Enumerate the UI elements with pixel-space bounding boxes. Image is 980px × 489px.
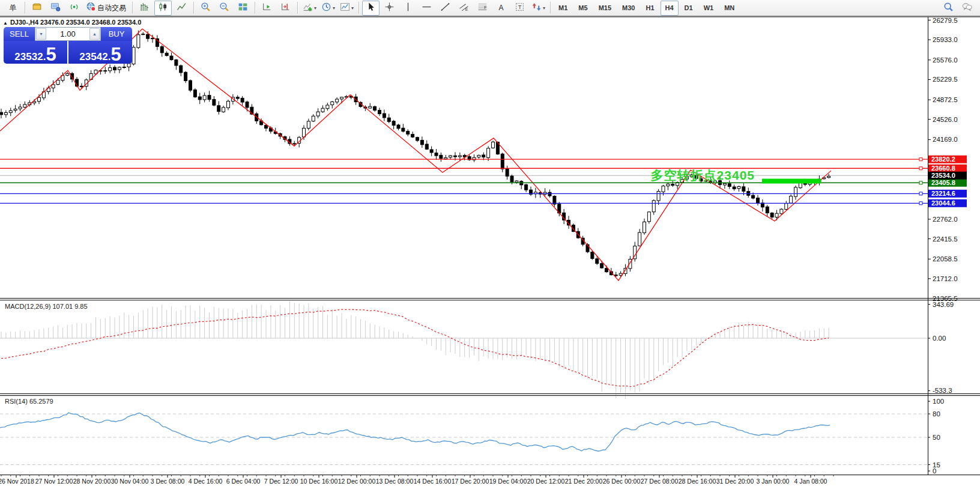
svg-text:T: T: [518, 4, 522, 10]
svg-text:26279.5: 26279.5: [933, 17, 958, 24]
candlestick-chart-icon: [158, 2, 168, 14]
toolbar-separator: [25, 2, 25, 14]
candlestick-chart-button[interactable]: [154, 1, 172, 16]
svg-text:28 Nov 20:00: 28 Nov 20:00: [73, 478, 111, 485]
text-label-button[interactable]: T: [511, 1, 528, 16]
level-line-handle[interactable]: [919, 181, 922, 184]
buy-price-main: 23542: [79, 52, 107, 62]
chat-button[interactable]: [958, 1, 976, 16]
indicators-button[interactable]: ▾: [301, 1, 318, 16]
svg-text:24526.0: 24526.0: [933, 116, 958, 123]
vertical-line-button[interactable]: [399, 1, 417, 16]
svg-text:E: E: [465, 7, 468, 11]
new-order-label: 单: [8, 3, 18, 13]
svg-text:3 Dec 08:00: 3 Dec 08:00: [151, 478, 185, 485]
sell-button[interactable]: SELL: [4, 27, 35, 41]
svg-text:343.69: 343.69: [933, 301, 954, 308]
fibonacci-icon: F: [477, 2, 488, 14]
rsi-panel: [0, 413, 928, 464]
horizontal-line-button[interactable]: [418, 1, 435, 16]
auto-scroll-button[interactable]: [258, 1, 276, 16]
zoom-out-button[interactable]: [216, 1, 233, 16]
search-icon: [943, 2, 954, 14]
timeframe-M30-button[interactable]: M30: [617, 1, 640, 16]
highlight-trendline[interactable]: [762, 179, 821, 184]
svg-text:23044.6: 23044.6: [931, 199, 955, 207]
svg-text:10 Dec 16:00: 10 Dec 16:00: [300, 478, 338, 485]
chart-annotation-text[interactable]: 多空转折点23405: [603, 167, 755, 184]
chart-header: ▲DJ30-,H4 23476.0 23534.0 23468.0 23534.…: [3, 19, 141, 26]
cursor-icon: [366, 2, 376, 14]
chart-files-icon: [32, 2, 42, 14]
macd-panel: [0, 302, 928, 399]
svg-text:28 Dec 16:00: 28 Dec 16:00: [679, 478, 716, 485]
level-line-handle[interactable]: [919, 192, 922, 195]
timeframe-M5-button[interactable]: M5: [573, 1, 592, 16]
text-button[interactable]: A: [492, 1, 510, 16]
timeframe-W1-button[interactable]: W1: [699, 1, 719, 16]
svg-text:17 Dec 20:00: 17 Dec 20:00: [452, 478, 489, 485]
price-axis[interactable]: 26279.525933.025576.025229.524872.524526…: [928, 17, 967, 475]
line-chart-button[interactable]: [173, 1, 190, 16]
signals-button[interactable]: [65, 1, 83, 16]
shapes-caret-icon: ▾: [543, 5, 545, 11]
timeframe-M15-button[interactable]: M15: [594, 1, 616, 16]
volume-input[interactable]: 1.00: [47, 28, 89, 40]
search-button[interactable]: [940, 1, 957, 16]
level-line-handle[interactable]: [919, 158, 922, 161]
time-axis[interactable]: 26 Nov 201827 Nov 12:0028 Nov 20:0030 No…: [0, 475, 833, 485]
cursor-button[interactable]: [362, 1, 380, 16]
new-order-button[interactable]: 单: [4, 1, 22, 16]
signals-icon: [69, 2, 79, 14]
svg-text:31 Dec 20:00: 31 Dec 20:00: [716, 478, 754, 485]
timeframe-H4-button[interactable]: H4: [661, 1, 679, 16]
tile-windows-button[interactable]: [234, 1, 252, 16]
level-line-handle[interactable]: [919, 167, 922, 170]
chart-canvas[interactable]: 26279.525933.025576.025229.524872.524526…: [0, 0, 980, 489]
market-watch-button[interactable]: [47, 1, 64, 16]
volume-decrease-button[interactable]: ▼: [36, 28, 46, 40]
collapse-triangle-icon[interactable]: ▲: [3, 20, 8, 26]
tile-windows-icon: [238, 2, 248, 14]
timeframe-M5-label: M5: [575, 4, 590, 11]
buy-price[interactable]: 23542.5: [68, 41, 132, 64]
crosshair-button[interactable]: [381, 1, 398, 16]
timeframe-D1-button[interactable]: D1: [680, 1, 698, 16]
market-watch-icon: [50, 2, 61, 14]
indicators-caret-icon: ▾: [314, 5, 316, 11]
timeframe-MN-label: MN: [721, 4, 737, 11]
auto-trading-button[interactable]: 自动交易: [84, 1, 129, 16]
timeframe-H1-button[interactable]: H1: [641, 1, 659, 16]
svg-text:24872.5: 24872.5: [933, 96, 958, 103]
level-line-handle[interactable]: [919, 202, 922, 205]
svg-text:23405.8: 23405.8: [931, 179, 955, 186]
timeframe-MN-button[interactable]: MN: [719, 1, 739, 16]
templates-button[interactable]: ▾: [338, 1, 355, 16]
text-label: A: [498, 4, 505, 12]
sell-price[interactable]: 23532.5: [4, 41, 67, 64]
equidistant-channel-button[interactable]: E: [455, 1, 473, 16]
svg-text:F: F: [484, 5, 486, 9]
fibonacci-button[interactable]: F: [474, 1, 491, 16]
buy-button[interactable]: BUY: [101, 27, 132, 41]
volume-increase-button[interactable]: ▲: [89, 28, 100, 40]
zoom-out-icon: [219, 2, 229, 14]
svg-text:26 Nov 2018: 26 Nov 2018: [0, 478, 34, 485]
timeframe-D1-label: D1: [682, 4, 696, 11]
chart-files-button[interactable]: [28, 1, 46, 16]
trendline-button[interactable]: [437, 1, 454, 16]
periods-button[interactable]: ▾: [319, 1, 337, 16]
zoom-in-button[interactable]: [197, 1, 214, 16]
trading-app-window: 26279.525933.025576.025229.524872.524526…: [0, 0, 980, 489]
svg-text:25229.5: 25229.5: [933, 76, 958, 83]
bar-chart-button[interactable]: [136, 1, 153, 16]
line-chart-icon: [177, 2, 187, 14]
auto-trading-label: 自动交易: [96, 3, 127, 13]
svg-text:24169.0: 24169.0: [933, 136, 958, 143]
svg-text:3 Jan 00:00: 3 Jan 00:00: [757, 478, 790, 485]
shapes-button[interactable]: ▾: [530, 1, 547, 16]
timeframe-M1-button[interactable]: M1: [554, 1, 572, 16]
svg-text:14 Dec 16:00: 14 Dec 16:00: [414, 478, 452, 485]
vertical-line-icon: [403, 2, 413, 14]
chart-shift-button[interactable]: [277, 1, 294, 16]
